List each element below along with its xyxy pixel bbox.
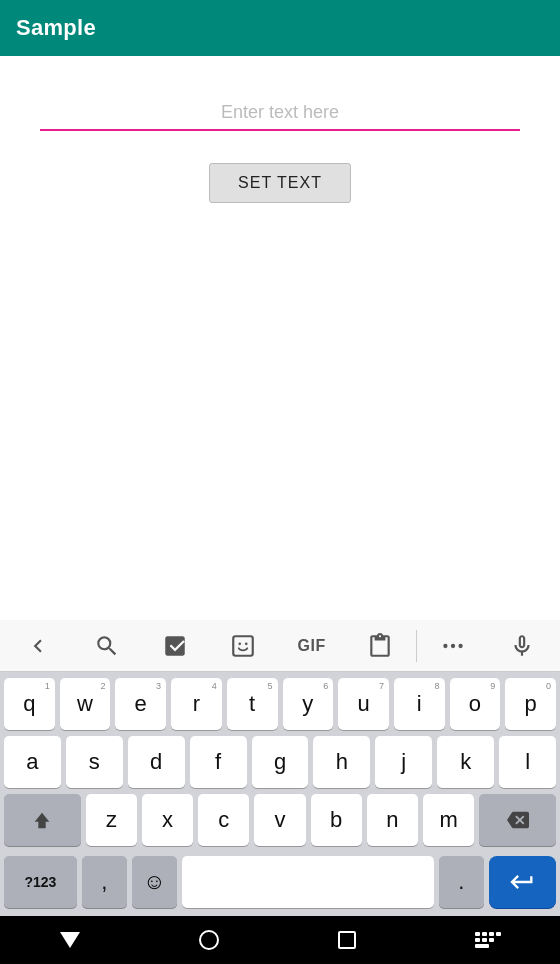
app-title: Sample xyxy=(16,15,96,41)
keyboard-more-button[interactable] xyxy=(419,624,487,668)
key-row-2: a s d f g h j k l xyxy=(4,736,556,788)
keyboard-bottom-row: ?123 , ☺ . xyxy=(0,854,560,916)
key-b[interactable]: b xyxy=(311,794,362,846)
key-g[interactable]: g xyxy=(252,736,309,788)
key-p[interactable]: p0 xyxy=(505,678,556,730)
toolbar-divider xyxy=(416,630,417,662)
key-o[interactable]: o9 xyxy=(450,678,501,730)
nav-bar xyxy=(0,916,560,964)
key-i[interactable]: i8 xyxy=(394,678,445,730)
keyboard-icon xyxy=(475,932,501,948)
key-l[interactable]: l xyxy=(499,736,556,788)
svg-rect-0 xyxy=(234,636,254,656)
key-q[interactable]: q1 xyxy=(4,678,55,730)
key-shift[interactable] xyxy=(4,794,81,846)
key-period[interactable]: . xyxy=(439,856,484,908)
key-s[interactable]: s xyxy=(66,736,123,788)
key-enter[interactable] xyxy=(489,856,556,908)
key-a[interactable]: a xyxy=(4,736,61,788)
svg-point-1 xyxy=(239,642,242,645)
key-x[interactable]: x xyxy=(142,794,193,846)
key-k[interactable]: k xyxy=(437,736,494,788)
nav-keyboard-button[interactable] xyxy=(475,932,501,948)
keyboard-area: GIF q1 w2 e3 r4 t5 y6 u7 i8 o9 p0 a xyxy=(0,620,560,916)
key-r[interactable]: r4 xyxy=(171,678,222,730)
main-content: SET TEXT xyxy=(0,56,560,620)
keyboard-keys: q1 w2 e3 r4 t5 y6 u7 i8 o9 p0 a s d f g … xyxy=(0,672,560,854)
key-j[interactable]: j xyxy=(375,736,432,788)
nav-back-button[interactable] xyxy=(60,932,80,948)
keyboard-sticker-button2[interactable] xyxy=(209,624,277,668)
key-row-1: q1 w2 e3 r4 t5 y6 u7 i8 o9 p0 xyxy=(4,678,556,730)
top-bar: Sample xyxy=(0,0,560,56)
svg-point-2 xyxy=(245,642,248,645)
keyboard-mic-button[interactable] xyxy=(488,624,556,668)
key-space[interactable] xyxy=(182,856,434,908)
key-comma[interactable]: , xyxy=(82,856,127,908)
key-m[interactable]: m xyxy=(423,794,474,846)
key-n[interactable]: n xyxy=(367,794,418,846)
keyboard-search-button[interactable] xyxy=(72,624,140,668)
nav-home-button[interactable] xyxy=(199,930,219,950)
svg-point-5 xyxy=(459,643,463,647)
key-v[interactable]: v xyxy=(254,794,305,846)
key-c[interactable]: c xyxy=(198,794,249,846)
recents-square-icon xyxy=(338,931,356,949)
svg-point-4 xyxy=(451,643,455,647)
home-circle-icon xyxy=(199,930,219,950)
back-triangle-icon xyxy=(60,932,80,948)
text-input[interactable] xyxy=(40,96,520,131)
nav-recents-button[interactable] xyxy=(338,931,356,949)
key-z[interactable]: z xyxy=(86,794,137,846)
key-backspace[interactable] xyxy=(479,794,556,846)
key-w[interactable]: w2 xyxy=(60,678,111,730)
key-d[interactable]: d xyxy=(128,736,185,788)
key-e[interactable]: e3 xyxy=(115,678,166,730)
key-row-3: z x c v b n m xyxy=(4,794,556,846)
keyboard-gif-button[interactable]: GIF xyxy=(278,624,346,668)
key-y[interactable]: y6 xyxy=(283,678,334,730)
text-input-wrapper xyxy=(40,96,520,131)
key-u[interactable]: u7 xyxy=(338,678,389,730)
gif-label: GIF xyxy=(298,637,326,655)
set-text-button[interactable]: SET TEXT xyxy=(209,163,351,203)
key-emoji[interactable]: ☺ xyxy=(132,856,177,908)
key-symbols[interactable]: ?123 xyxy=(4,856,77,908)
keyboard-back-button[interactable] xyxy=(4,624,72,668)
keyboard-clipboard-button[interactable] xyxy=(346,624,414,668)
key-h[interactable]: h xyxy=(313,736,370,788)
keyboard-sticker-button[interactable] xyxy=(141,624,209,668)
keyboard-toolbar: GIF xyxy=(0,620,560,672)
key-t[interactable]: t5 xyxy=(227,678,278,730)
key-f[interactable]: f xyxy=(190,736,247,788)
svg-point-3 xyxy=(444,643,448,647)
